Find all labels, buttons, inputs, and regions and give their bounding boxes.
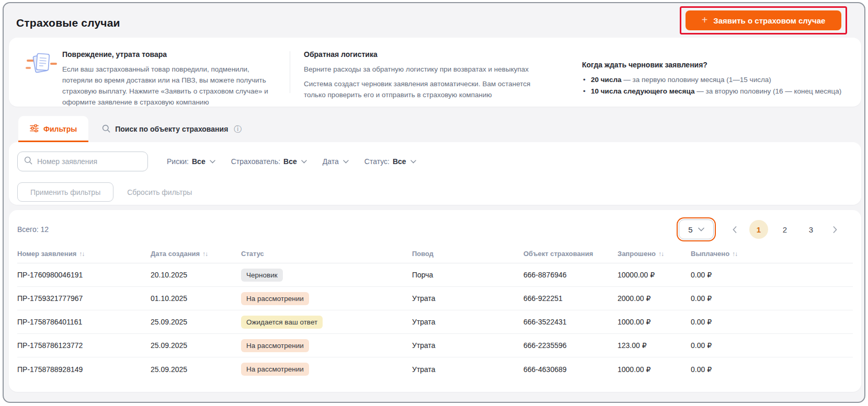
column-header-reason: Повод	[412, 250, 523, 258]
status-dropdown[interactable]: Статус: Все	[364, 157, 416, 166]
chevron-left-icon	[733, 226, 737, 233]
filters-panel: Риски: Все Страхователь: Все Дата Статус…	[9, 142, 861, 205]
prev-page-button[interactable]	[727, 220, 742, 239]
filters-row: Риски: Все Страхователь: Все Дата Статус…	[17, 152, 416, 171]
tab-filters[interactable]: Фильтры	[18, 116, 88, 142]
total-count: Всего: 12	[17, 225, 49, 234]
chevron-right-icon	[833, 226, 837, 233]
claim-number-search[interactable]	[17, 152, 148, 171]
table-controls: Всего: 12 5 1 2 3	[17, 218, 842, 240]
tab-search-by-object[interactable]: Поиск по объекту страхования ⓘ	[88, 116, 255, 142]
documents-icon	[26, 50, 58, 82]
dropdown-label: Статус:	[364, 157, 390, 166]
page-size-select[interactable]: 5	[679, 219, 714, 239]
claim-number: ПР-1760980046191	[17, 271, 151, 279]
column-header-requested[interactable]: Запрошено↑↓	[618, 250, 691, 258]
insured-object: 666-4630689	[523, 365, 618, 374]
page-button-3[interactable]: 3	[802, 220, 820, 239]
info-draft-schedule-title: Когда ждать черновик заявления?	[582, 61, 857, 69]
requested-amount: 2000.00 ₽	[618, 294, 691, 303]
claim-number: ПР-1758786123772	[17, 341, 151, 350]
date-dropdown[interactable]: Дата	[323, 157, 349, 166]
claim-reason: Утрата	[412, 294, 523, 303]
app-window: Страховые случаи + Заявить о страховом с…	[3, 2, 865, 403]
requested-amount: 1000.00 ₽	[618, 365, 691, 374]
sort-arrows-icon[interactable]: ↑↓	[658, 250, 664, 258]
status-badge: Черновик	[241, 269, 283, 282]
chevron-down-icon	[343, 160, 349, 164]
info-damage-text: Если ваш застрахованный товар повредили,…	[62, 64, 279, 108]
table-row[interactable]: ПР-1758788928149 25.09.2025 На рассмотре…	[17, 357, 853, 381]
claim-reason: Утрата	[412, 365, 523, 374]
dropdown-label: Риски:	[167, 157, 189, 166]
chevron-down-icon	[698, 227, 704, 231]
claim-date: 20.10.2025	[151, 271, 241, 279]
requested-amount: 10000.00 ₽	[618, 271, 691, 279]
info-logistics-title: Обратная логистика	[304, 50, 551, 59]
claim-number-input[interactable]	[37, 157, 141, 166]
insurer-dropdown[interactable]: Страхователь: Все	[231, 157, 307, 166]
paid-amount: 0.00 ₽	[691, 294, 853, 303]
dropdown-value: Все	[192, 157, 205, 166]
apply-filters-button[interactable]: Применить фильтры	[17, 182, 113, 202]
insured-object: 666-2235596	[523, 341, 618, 350]
info-damage-section: Повреждение, утрата товара Если ваш заст…	[62, 50, 279, 108]
claim-date: 01.10.2025	[151, 294, 241, 303]
info-draft-schedule-section: Когда ждать черновик заявления? 20 числа…	[582, 61, 857, 97]
claim-date: 25.09.2025	[151, 318, 241, 326]
status-badge: Ожидается ваш ответ	[241, 316, 323, 329]
sort-arrows-icon[interactable]: ↑↓	[202, 250, 208, 258]
claim-date: 25.09.2025	[151, 365, 241, 374]
info-icon[interactable]: ⓘ	[234, 124, 242, 134]
info-logistics-section: Обратная логистика Верните расходы за об…	[304, 50, 551, 100]
info-logistics-text-1: Верните расходы за обратную логистику пр…	[304, 64, 551, 75]
page-title: Страховые случаи	[16, 17, 120, 29]
risks-dropdown[interactable]: Риски: Все	[167, 157, 215, 166]
table-row[interactable]: ПР-1758786401161 25.09.2025 Ожидается ва…	[17, 310, 853, 334]
paid-amount: 0.00 ₽	[691, 365, 853, 374]
page-button-1[interactable]: 1	[749, 220, 768, 239]
page-button-2[interactable]: 2	[775, 220, 794, 239]
column-header-date[interactable]: Дата создания↑↓	[151, 250, 241, 258]
claim-reason: Утрата	[412, 318, 523, 326]
search-icon	[102, 124, 110, 134]
column-header-number[interactable]: Номер заявления↑↓	[17, 250, 151, 258]
dropdown-value: Все	[283, 157, 297, 166]
dropdown-label: Дата	[323, 157, 339, 166]
info-panel: Повреждение, утрата товара Если ваш заст…	[9, 38, 861, 107]
dropdown-value: Все	[393, 157, 406, 166]
table-row[interactable]: ПР-1760980046191 20.10.2025 Черновик Пор…	[17, 263, 853, 287]
info-divider	[290, 51, 290, 93]
tab-bar: Фильтры Поиск по объекту страхования ⓘ	[18, 116, 255, 142]
tab-search-label: Поиск по объекту страхования	[115, 125, 228, 133]
list-item: 20 числа — за первую половину месяца (1—…	[582, 74, 857, 86]
annotation-highlight-box: + Заявить о страховом случае	[680, 6, 847, 34]
table-row[interactable]: ПР-1758786123772 25.09.2025 На рассмотре…	[17, 334, 853, 357]
column-header-object: Объект страхования	[523, 250, 618, 258]
bullet-bold: 10 числа следующего месяца	[591, 87, 694, 95]
insured-object: 666-3522431	[523, 318, 618, 326]
insured-object: 666-922251	[523, 294, 618, 303]
chevron-down-icon	[410, 160, 416, 164]
column-header-paid[interactable]: Выплачено↑↓	[691, 250, 853, 258]
insured-object: 666-8876946	[523, 271, 618, 279]
paid-amount: 0.00 ₽	[691, 318, 853, 326]
bullet-bold: 20 числа	[591, 76, 622, 84]
claim-date: 25.09.2025	[151, 341, 241, 350]
table-row[interactable]: ПР-1759321777967 01.10.2025 На рассмотре…	[17, 287, 853, 310]
claim-number: ПР-1758786401161	[17, 318, 151, 326]
next-page-button[interactable]	[828, 220, 842, 239]
sort-arrows-icon[interactable]: ↑↓	[79, 250, 84, 258]
chevron-down-icon	[210, 160, 215, 164]
info-damage-title: Повреждение, утрата товара	[62, 50, 279, 59]
report-insurance-case-label: Заявить о страховом случае	[713, 16, 825, 25]
requested-amount: 123.00 ₽	[618, 341, 691, 350]
report-insurance-case-button[interactable]: + Заявить о страховом случае	[686, 10, 841, 30]
claim-number: ПР-1758788928149	[17, 365, 151, 374]
pagination: 5 1 2 3	[679, 219, 842, 239]
bullet-rest: — за первую половину месяца (1—15 числа)	[622, 76, 771, 84]
reset-filters-button[interactable]: Сбросить фильтры	[127, 188, 192, 196]
chevron-down-icon	[301, 160, 307, 164]
claim-reason: Порча	[412, 271, 523, 279]
sort-arrows-icon[interactable]: ↑↓	[732, 250, 737, 258]
